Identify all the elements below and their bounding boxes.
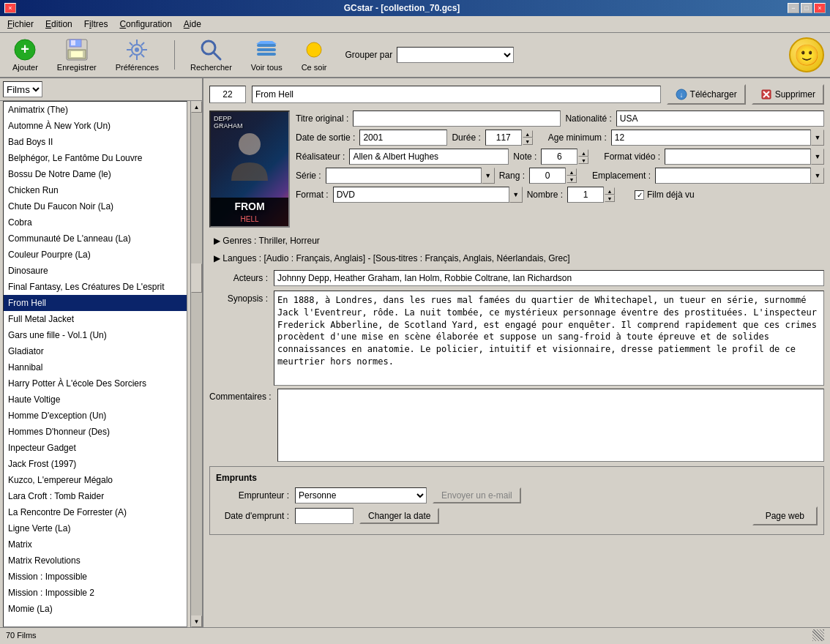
save-button[interactable]: Enregistrer: [51, 34, 103, 75]
serie-input[interactable]: [326, 168, 482, 184]
scrollbar-down-btn[interactable]: ▼: [191, 615, 202, 627]
nationalite-input[interactable]: [616, 111, 824, 127]
fields-row-3: Réalisateur : Note : ▲ ▼ Format vidéo : …: [296, 149, 824, 165]
sidebar-item[interactable]: La Rencontre De Forrester (A): [4, 504, 187, 520]
serie-label: Série :: [296, 171, 321, 181]
scrollbar-thumb[interactable]: [191, 263, 202, 293]
sidebar-item[interactable]: Animatrix (The): [4, 102, 187, 118]
search-button[interactable]: Rechercher: [184, 34, 239, 75]
close-btn2[interactable]: ×: [814, 3, 826, 13]
sidebar-item[interactable]: Kuzco, L'empereur Mégalo: [4, 472, 187, 488]
save-icon: [65, 38, 89, 61]
format-video-input[interactable]: [665, 149, 811, 165]
sidebar-item[interactable]: Harry Potter À L'école Des Sorciers: [4, 375, 187, 392]
record-number-input[interactable]: [209, 86, 246, 103]
sidebar-item[interactable]: Mission : Impossible 2: [4, 585, 187, 601]
sidebar-item[interactable]: Couleur Pourpre (La): [4, 247, 187, 263]
sidebar-item[interactable]: Communauté De L'anneau (La): [4, 231, 187, 247]
change-date-button[interactable]: Changer la date: [359, 508, 439, 524]
sidebar-item[interactable]: Jack Frost (1997): [4, 456, 187, 472]
sidebar-item[interactable]: Automne À New York (Un): [4, 118, 187, 134]
delete-button[interactable]: Supprimer: [752, 84, 824, 105]
date-sortie-input[interactable]: [359, 130, 447, 146]
sidebar-item[interactable]: Haute Voltige: [4, 392, 187, 408]
grouper-select[interactable]: [397, 47, 514, 63]
format-arrow[interactable]: ▼: [509, 187, 523, 203]
sidebar-item[interactable]: Full Metal Jacket: [4, 311, 187, 327]
window-title: GCstar - [collection_70.gcs]: [16, 3, 788, 13]
realisateur-input[interactable]: [349, 149, 509, 165]
sidebar-item[interactable]: Matrix Revolutions: [4, 553, 187, 569]
sidebar-item[interactable]: Bossu De Notre Dame (le): [4, 166, 187, 182]
sidebar-item[interactable]: Chicken Run: [4, 182, 187, 198]
emprunteur-select[interactable]: Personne: [295, 487, 427, 503]
menu-fichier[interactable]: Fichier: [3, 18, 38, 31]
rang-input[interactable]: [529, 168, 566, 184]
rang-down[interactable]: ▼: [567, 176, 577, 183]
sidebar-item[interactable]: Matrix: [4, 536, 187, 553]
close-btn[interactable]: ×: [4, 3, 16, 13]
genres-section[interactable]: ▶ Genres : Thriller, Horreur: [209, 233, 824, 248]
age-minimum-arrow[interactable]: ▼: [811, 130, 824, 146]
sidebar-item[interactable]: Ligne Verte (La): [4, 520, 187, 536]
sidebar-item[interactable]: Gars une fille - Vol.1 (Un): [4, 327, 187, 343]
menu-filtres[interactable]: Filtres: [80, 18, 113, 31]
sidebar-item[interactable]: Final Fantasy, Les Créatures De L'esprit: [4, 279, 187, 295]
minimize-btn[interactable]: −: [788, 3, 799, 13]
sidebar-item[interactable]: Homme D'exception (Un): [4, 408, 187, 424]
sidebar-item[interactable]: Belphégor, Le Fantôme Du Louvre: [4, 150, 187, 166]
note-down[interactable]: ▼: [578, 157, 588, 164]
smiley-button[interactable]: 🙂: [789, 37, 824, 72]
note-up[interactable]: ▲: [578, 149, 588, 157]
svg-line-14: [141, 54, 144, 57]
note-input[interactable]: [541, 149, 577, 165]
sidebar-item[interactable]: Gladiator: [4, 343, 187, 359]
nombre-up[interactable]: ▲: [605, 187, 615, 195]
ce-soir-button[interactable]: Ce soir: [295, 34, 334, 75]
duree-up[interactable]: ▲: [523, 130, 533, 138]
nombre-input[interactable]: [567, 187, 604, 203]
rang-up[interactable]: ▲: [567, 168, 577, 176]
scrollbar-up-btn[interactable]: ▲: [191, 101, 202, 113]
film-deja-vu-checkbox[interactable]: ✓: [635, 190, 644, 200]
add-button[interactable]: + Ajouter: [6, 34, 45, 75]
voir-tous-button[interactable]: Voir tous: [244, 34, 289, 75]
format-input[interactable]: [333, 187, 509, 203]
sidebar-item[interactable]: Mission : Impossible: [4, 569, 187, 585]
sidebar-item[interactable]: Dinosaure: [4, 263, 187, 279]
date-emprunt-input[interactable]: [295, 508, 354, 524]
serie-arrow[interactable]: ▼: [482, 168, 495, 184]
category-select[interactable]: Films: [3, 81, 42, 97]
maximize-btn[interactable]: □: [801, 3, 812, 13]
synopsis-textarea[interactable]: En 1888, à Londres, dans les rues mal fa…: [274, 291, 824, 386]
sidebar-item[interactable]: Hommes D'honneur (Des): [4, 424, 187, 440]
email-button[interactable]: Envoyer un e-mail: [433, 487, 521, 503]
sidebar-item[interactable]: Hannibal: [4, 359, 187, 375]
sidebar-item[interactable]: Inpecteur Gadget: [4, 440, 187, 456]
sidebar-item[interactable]: From Hell: [4, 295, 187, 311]
format-video-arrow[interactable]: ▼: [811, 149, 824, 165]
sidebar-item[interactable]: Chute Du Faucon Noir (La): [4, 198, 187, 214]
age-minimum-input[interactable]: [611, 130, 811, 146]
menu-aide[interactable]: Aide: [179, 18, 206, 31]
commentaires-textarea[interactable]: [277, 389, 824, 462]
menu-edition[interactable]: Edition: [41, 18, 77, 31]
record-title-input[interactable]: [252, 86, 661, 103]
titre-original-input[interactable]: [353, 111, 561, 127]
sidebar-item[interactable]: Bad Boys II: [4, 134, 187, 150]
duree-input[interactable]: [485, 130, 522, 146]
langues-section[interactable]: ▶ Langues : [Audio : Français, Anglais] …: [209, 251, 824, 266]
sidebar-item[interactable]: Momie (La): [4, 601, 187, 617]
preferences-button[interactable]: Préférences: [109, 34, 165, 75]
download-button[interactable]: ↓ Télécharger: [667, 84, 746, 105]
acteurs-input[interactable]: [274, 270, 824, 286]
duree-down[interactable]: ▼: [523, 138, 533, 145]
emplacement-arrow[interactable]: ▼: [811, 168, 824, 184]
sidebar-scrollbar: ▲ ▼: [190, 101, 202, 627]
menu-configuration[interactable]: Configuration: [115, 18, 176, 31]
webpage-button[interactable]: Page web: [752, 506, 818, 525]
nombre-down[interactable]: ▼: [605, 195, 615, 202]
sidebar-item[interactable]: Lara Croft : Tomb Raider: [4, 488, 187, 504]
sidebar-item[interactable]: Cobra: [4, 214, 187, 231]
emplacement-input[interactable]: [655, 168, 811, 184]
